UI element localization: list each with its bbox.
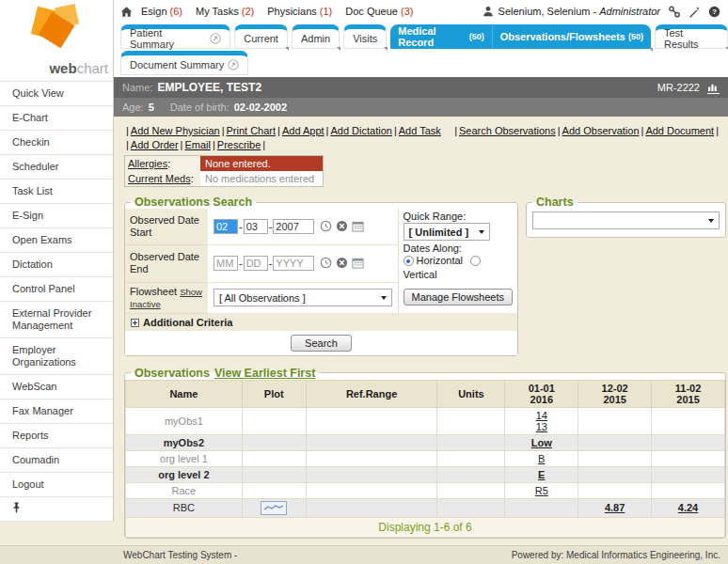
- popout-icon[interactable]: [228, 59, 239, 70]
- webchart-logo[interactable]: webchart: [0, 0, 113, 82]
- obs-units-cell: [437, 434, 505, 450]
- col-units[interactable]: Units: [437, 380, 505, 407]
- sidebar-item-coumadin[interactable]: Coumadin: [0, 448, 113, 473]
- col-date-2[interactable]: 12-022015: [578, 380, 652, 407]
- sidebar-item-open-exams[interactable]: Open Exams: [0, 228, 113, 253]
- clear-date-icon[interactable]: [336, 220, 348, 232]
- email-link[interactable]: Email: [184, 139, 211, 150]
- clock-icon[interactable]: [320, 257, 332, 269]
- quick-link-icon[interactable]: [668, 6, 681, 18]
- clear-date-icon[interactable]: [336, 257, 348, 269]
- additional-criteria-row[interactable]: Additional Criteria: [125, 313, 517, 331]
- add-task-link[interactable]: Add Task: [399, 125, 441, 136]
- sidebar-item-checkin[interactable]: Checkin: [0, 131, 113, 155]
- sidebar-item-e-sign[interactable]: E-Sign: [0, 204, 113, 228]
- sidebar-item-logout[interactable]: Logout: [0, 473, 113, 497]
- sidebar-item-fax-manager[interactable]: Fax Manager: [0, 400, 113, 424]
- search-button[interactable]: Search: [291, 335, 352, 352]
- manage-flowsheets-button[interactable]: Manage Flowsheets: [404, 289, 513, 306]
- add-appt-link[interactable]: Add Appt: [282, 125, 324, 136]
- add-observation-link[interactable]: Add Observation: [562, 125, 640, 136]
- nav-physicians-link[interactable]: Physicians (1): [267, 6, 332, 17]
- print-chart-link[interactable]: Print Chart: [227, 125, 277, 136]
- expand-plus-icon[interactable]: [131, 319, 139, 327]
- obs-value-cell: [652, 434, 725, 450]
- col-name[interactable]: Name: [126, 380, 243, 407]
- start-month-input[interactable]: [214, 219, 238, 234]
- tab-visits[interactable]: Visits: [343, 24, 387, 49]
- sidebar-item-scheduler[interactable]: Scheduler: [0, 155, 113, 180]
- sidebar-item-task-list[interactable]: Task List: [0, 180, 113, 204]
- allergies-value: None entered.: [200, 156, 323, 171]
- patient-chart-icon[interactable]: [707, 82, 720, 94]
- sidebar-item-external-provider-management[interactable]: External Provider Management: [0, 302, 113, 338]
- sidebar-item-e-chart[interactable]: E-Chart: [0, 106, 113, 131]
- tab-patient-summary[interactable]: Patient Summary: [120, 24, 230, 49]
- obs-value-link[interactable]: 13: [536, 421, 547, 432]
- tab-document-summary[interactable]: Document Summary: [120, 51, 248, 75]
- sidebar-item-employer-organizations[interactable]: Employer Organizations: [0, 338, 113, 375]
- nav-my-tasks-link[interactable]: My Tasks (2): [196, 6, 254, 17]
- end-month-input[interactable]: [214, 256, 238, 271]
- obs-value-link[interactable]: B: [538, 453, 545, 464]
- obs-value-link[interactable]: 4.24: [678, 502, 698, 513]
- add-document-link[interactable]: Add Document: [645, 125, 714, 136]
- obs-value-link[interactable]: 4.87: [605, 502, 625, 513]
- sidebar-item-dictation[interactable]: Dictation: [0, 253, 113, 277]
- sidebar-item-quick-view[interactable]: Quick View: [0, 82, 113, 106]
- sidebar-item-webscan[interactable]: WebScan: [0, 375, 113, 400]
- horizontal-radio[interactable]: [404, 256, 414, 266]
- end-day-input[interactable]: [244, 256, 268, 271]
- sidebar-item-reports[interactable]: Reports: [0, 424, 113, 448]
- separator: |: [641, 125, 644, 136]
- separator: |: [213, 139, 215, 150]
- col-date-3[interactable]: 11-022015: [652, 380, 725, 407]
- wand-icon[interactable]: [688, 6, 701, 18]
- flowsheet-select[interactable]: [ All Observations ]: [214, 289, 392, 306]
- tab-medical-record[interactable]: Medical Record (50): [390, 24, 491, 49]
- view-earliest-first-link[interactable]: View Earliest First: [214, 367, 315, 380]
- obs-name: org level 2: [126, 466, 243, 482]
- current-meds-link[interactable]: Current Meds: [128, 173, 191, 184]
- col-plot[interactable]: Plot: [242, 380, 306, 407]
- obs-value-link[interactable]: 14: [536, 410, 547, 421]
- tab-admin[interactable]: Admin: [292, 24, 340, 49]
- obs-units-cell: [437, 482, 505, 498]
- sidebar-pin-toggle[interactable]: [0, 497, 113, 522]
- tab-test-results[interactable]: Test Results: [655, 24, 728, 49]
- tab-patient-summary-label: Patient Summary: [130, 27, 206, 50]
- nav-esign-link[interactable]: Esign (6): [141, 6, 182, 17]
- plot-sparkline-button[interactable]: [261, 501, 287, 515]
- vertical-radio[interactable]: [470, 256, 481, 266]
- home-icon[interactable]: [120, 6, 133, 18]
- help-icon[interactable]: ?: [708, 6, 720, 18]
- allergies-link[interactable]: Allergies: [128, 158, 167, 169]
- prescribe-link[interactable]: Prescribe: [217, 139, 261, 150]
- separator: |: [222, 125, 225, 136]
- clock-icon[interactable]: [320, 220, 332, 232]
- add-new-physician-link[interactable]: Add New Physician: [131, 125, 220, 136]
- col-ref-range[interactable]: Ref.Range: [306, 380, 437, 407]
- obs-value-cell: E: [505, 466, 578, 482]
- add-dictation-link[interactable]: Add Dictation: [330, 125, 391, 136]
- add-order-link[interactable]: Add Order: [131, 139, 179, 150]
- quick-range-select[interactable]: [ Unlimited ]: [404, 223, 490, 241]
- calendar-icon[interactable]: [352, 220, 364, 232]
- tab-observations-flowsheets[interactable]: Observations/Flowsheets (50): [492, 24, 651, 49]
- calendar-icon[interactable]: [352, 257, 364, 269]
- end-year-input[interactable]: [273, 256, 314, 271]
- obs-value-link[interactable]: Low: [531, 437, 552, 448]
- observations-search-title: Observations Search: [131, 196, 256, 209]
- tab-observations-flowsheets-count: (50): [628, 32, 643, 41]
- obs-value-link[interactable]: E: [538, 469, 545, 480]
- popout-icon[interactable]: [210, 33, 221, 44]
- nav-doc-queue-link[interactable]: Doc Queue (3): [345, 6, 413, 17]
- obs-value-link[interactable]: R5: [535, 485, 548, 496]
- start-year-input[interactable]: [273, 219, 314, 234]
- search-observations-link[interactable]: Search Observations: [459, 125, 556, 136]
- tab-current[interactable]: Current: [234, 24, 288, 49]
- sidebar-item-control-panel[interactable]: Control Panel: [0, 277, 113, 302]
- col-date-1[interactable]: 01-012016: [505, 380, 578, 407]
- start-day-input[interactable]: [244, 219, 268, 234]
- charts-select[interactable]: [532, 212, 720, 229]
